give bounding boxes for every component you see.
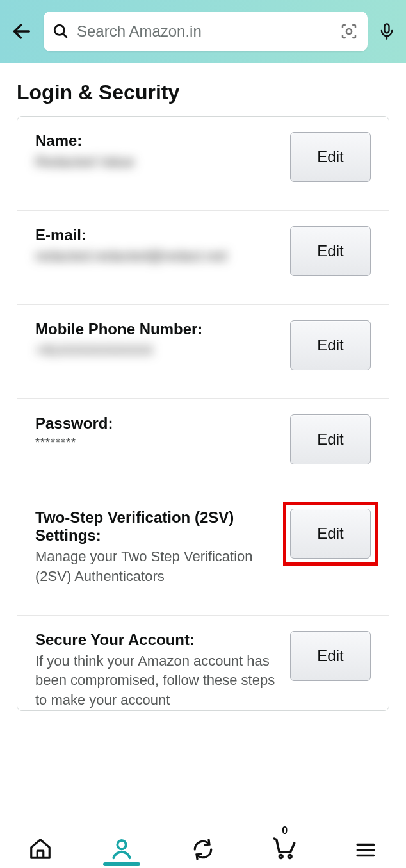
- secure-description: If you think your Amazon account has bee…: [35, 651, 277, 710]
- row-password: Password: ******** Edit: [17, 399, 389, 493]
- edit-2sv-button[interactable]: Edit: [290, 509, 371, 559]
- email-label: E-mail:: [35, 226, 277, 244]
- svg-point-1: [54, 25, 64, 35]
- edit-name-button[interactable]: Edit: [290, 132, 371, 182]
- microphone-icon: [378, 20, 396, 42]
- highlight-marker: Edit: [283, 502, 378, 566]
- secure-label: Secure Your Account:: [35, 631, 277, 649]
- app-header: Search Amazon.in: [0, 0, 406, 63]
- password-value: ********: [35, 435, 277, 451]
- row-email: E-mail: redacted.redacted@redact.red Edi…: [17, 211, 389, 305]
- back-button[interactable]: [9, 19, 35, 44]
- 2sv-label: Two-Step Verification (2SV) Settings:: [35, 509, 277, 545]
- scan-icon[interactable]: [339, 22, 359, 41]
- settings-list: Name: Redacted Value Edit E-mail: redact…: [17, 116, 389, 711]
- nav-home[interactable]: [22, 825, 58, 861]
- name-value: Redacted Value: [35, 152, 277, 172]
- 2sv-description: Manage your Two Step Verification (2SV) …: [35, 547, 277, 587]
- cart-count: 0: [282, 825, 288, 837]
- row-name: Name: Redacted Value Edit: [17, 117, 389, 211]
- svg-point-7: [279, 855, 282, 858]
- cart-icon: [271, 834, 298, 861]
- edit-secure-button[interactable]: Edit: [290, 631, 371, 681]
- svg-point-3: [346, 29, 352, 34]
- svg-point-8: [288, 855, 291, 858]
- search-bar[interactable]: Search Amazon.in: [44, 12, 368, 51]
- search-input-placeholder: Search Amazon.in: [77, 22, 332, 40]
- row-secure-account: Secure Your Account: If you think your A…: [17, 616, 389, 710]
- svg-rect-4: [385, 24, 389, 33]
- search-icon: [53, 23, 69, 40]
- refresh-icon: [191, 838, 215, 861]
- mobile-value: +91XXXXXXXXXX: [35, 341, 277, 361]
- edit-password-button[interactable]: Edit: [290, 414, 371, 464]
- hamburger-icon: [355, 839, 377, 861]
- nav-cart[interactable]: 0: [266, 825, 302, 861]
- content-area: Login & Security Name: Redacted Value Ed…: [0, 63, 406, 817]
- page-title: Login & Security: [0, 63, 406, 116]
- arrow-left-icon: [11, 20, 33, 42]
- nav-menu[interactable]: [348, 825, 384, 861]
- user-icon: [110, 837, 134, 861]
- edit-email-button[interactable]: Edit: [290, 226, 371, 276]
- mobile-label: Mobile Phone Number:: [35, 320, 277, 338]
- nav-account[interactable]: [104, 825, 140, 861]
- home-icon: [28, 837, 53, 861]
- svg-line-2: [63, 34, 67, 38]
- voice-search-button[interactable]: [377, 20, 397, 42]
- bottom-nav: 0: [0, 817, 406, 868]
- name-label: Name:: [35, 132, 277, 150]
- password-label: Password:: [35, 414, 277, 432]
- row-mobile: Mobile Phone Number: +91XXXXXXXXXX Edit: [17, 305, 389, 399]
- email-value: redacted.redacted@redact.red: [35, 247, 277, 266]
- row-2sv: Two-Step Verification (2SV) Settings: Ma…: [17, 493, 389, 616]
- nav-refresh[interactable]: [185, 825, 221, 861]
- svg-point-6: [118, 840, 126, 849]
- edit-mobile-button[interactable]: Edit: [290, 320, 371, 370]
